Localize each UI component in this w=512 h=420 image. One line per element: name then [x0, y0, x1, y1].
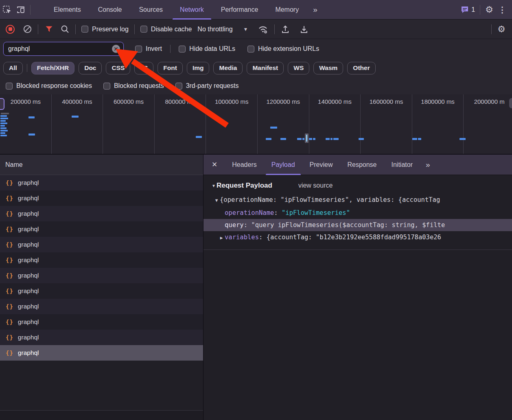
- chip-other[interactable]: Other: [347, 62, 375, 74]
- hide-extension-urls-toggle[interactable]: Hide extension URLs: [247, 45, 319, 52]
- detail-tab-initiator[interactable]: Initiator: [384, 155, 420, 175]
- record-network-log-button[interactable]: [6, 25, 15, 34]
- request-row[interactable]: {}graphql: [0, 175, 203, 190]
- invert-checkbox[interactable]: [135, 46, 142, 52]
- request-row[interactable]: {}graphql: [0, 283, 203, 299]
- request-row[interactable]: {}graphql: [0, 268, 203, 283]
- request-row[interactable]: {}graphql: [0, 299, 203, 314]
- network-overview-timeline[interactable]: 200000 ms400000 ms600000 ms800000 ms1000…: [0, 94, 512, 155]
- expanded-arrow-icon[interactable]: ▼: [213, 195, 220, 207]
- chip-wasm[interactable]: Wasm: [313, 62, 343, 74]
- chip-font[interactable]: Font: [158, 62, 183, 74]
- filter-text-input[interactable]: graphql ✕: [3, 42, 124, 56]
- chip-all[interactable]: All: [3, 62, 23, 74]
- export-har-icon[interactable]: [299, 24, 309, 34]
- divider: [38, 24, 38, 34]
- clear-filter-icon[interactable]: ✕: [112, 45, 120, 53]
- request-name: graphql: [18, 256, 39, 264]
- request-timing-bar: [459, 138, 466, 140]
- chip-fetch-xhr[interactable]: Fetch/XHR: [31, 62, 74, 74]
- blocked-response-cookies-checkbox[interactable]: [6, 83, 13, 90]
- invert-toggle[interactable]: Invert: [135, 45, 162, 52]
- close-detail-icon[interactable]: ✕: [203, 160, 225, 169]
- tab-sources[interactable]: Sources: [130, 0, 171, 20]
- network-settings-gear-icon[interactable]: ⚙: [497, 25, 505, 34]
- chip-js[interactable]: JS: [134, 62, 153, 74]
- timeline-left-handle[interactable]: [0, 98, 4, 110]
- section-collapse-icon[interactable]: ▼: [212, 184, 216, 188]
- blocked-response-cookies-toggle[interactable]: Blocked response cookies: [6, 82, 92, 90]
- detail-tab-response[interactable]: Response: [340, 155, 384, 175]
- tab-performance[interactable]: Performance: [212, 0, 267, 20]
- request-row[interactable]: {}graphql: [0, 330, 203, 345]
- fetch-xhr-icon: {}: [6, 210, 13, 217]
- tab-console[interactable]: Console: [90, 0, 131, 20]
- timeline-right-scroll-nub[interactable]: [509, 98, 512, 108]
- devtools-tabs: ElementsConsoleSourcesNetworkPerformance…: [45, 0, 307, 20]
- name-column-header[interactable]: Name: [0, 155, 203, 175]
- chip-manifest[interactable]: Manifest: [247, 62, 284, 74]
- disable-cache-checkbox[interactable]: [140, 26, 147, 33]
- settings-gear-icon[interactable]: ⚙: [485, 5, 493, 14]
- payload-tree-line[interactable]: operationName: "ipFlowTimeseries": [203, 207, 512, 219]
- invert-label: Invert: [146, 45, 162, 52]
- request-name: graphql: [18, 272, 39, 279]
- view-source-link[interactable]: view source: [298, 182, 333, 189]
- throttling-select[interactable]: No throttling ▼: [197, 26, 248, 33]
- chip-ws[interactable]: WS: [288, 62, 309, 74]
- request-row[interactable]: {}graphql: [0, 237, 203, 252]
- request-payload-section[interactable]: ▼ Request Payload view source: [212, 182, 512, 190]
- kebab-menu-icon[interactable]: ⋮: [498, 5, 506, 15]
- chip-media[interactable]: Media: [213, 62, 243, 74]
- hide-extension-urls-checkbox[interactable]: [247, 46, 254, 52]
- hide-data-urls-toggle[interactable]: Hide data URLs: [179, 45, 235, 52]
- chip-img[interactable]: Img: [187, 62, 210, 74]
- more-tabs-icon[interactable]: »: [307, 5, 324, 14]
- request-name: graphql: [18, 318, 39, 326]
- request-timing-bar: [309, 138, 312, 140]
- payload-tree-line[interactable]: ▼{operationName: "ipFlowTimeseries", var…: [203, 194, 512, 207]
- detail-more-tabs-icon[interactable]: »: [420, 160, 437, 169]
- blocked-requests-checkbox[interactable]: [103, 83, 110, 90]
- search-icon[interactable]: [61, 25, 70, 34]
- disable-cache-toggle[interactable]: Disable cache: [140, 26, 192, 33]
- import-har-icon[interactable]: [280, 24, 290, 34]
- payload-text-segment: : {accountTag: "b12e3b2192ee5588fdad9951…: [259, 234, 441, 241]
- clear-network-log-button[interactable]: [23, 24, 32, 34]
- collapsed-arrow-icon[interactable]: ▶: [218, 232, 225, 244]
- issues-count: 1: [471, 6, 475, 13]
- tab-elements[interactable]: Elements: [45, 0, 90, 20]
- request-row[interactable]: {}graphql: [0, 206, 203, 221]
- throttling-value: No throttling: [197, 26, 232, 33]
- payload-tree-line[interactable]: query: "query ipFlowTimeseries($accountT…: [203, 219, 512, 231]
- preserve-log-toggle[interactable]: Preserve log: [81, 26, 129, 33]
- third-party-requests-toggle[interactable]: 3rd-party requests: [175, 82, 239, 90]
- chip-css[interactable]: CSS: [106, 62, 130, 74]
- request-row[interactable]: {}graphql: [0, 252, 203, 268]
- request-row[interactable]: {}graphql: [0, 190, 203, 206]
- chip-doc[interactable]: Doc: [79, 62, 102, 74]
- detail-tab-preview[interactable]: Preview: [302, 155, 340, 175]
- hide-data-urls-checkbox[interactable]: [179, 46, 186, 52]
- request-row[interactable]: {}graphql: [0, 314, 203, 330]
- request-timing-bar: [297, 138, 302, 140]
- detail-tab-payload[interactable]: Payload: [264, 155, 302, 175]
- tab-memory[interactable]: Memory: [267, 0, 307, 20]
- blocked-requests-toggle[interactable]: Blocked requests: [103, 82, 164, 90]
- request-name: graphql: [18, 287, 39, 295]
- section-title: Request Payload: [217, 182, 272, 190]
- network-conditions-icon[interactable]: [258, 24, 269, 34]
- filter-funnel-icon[interactable]: [46, 26, 53, 32]
- payload-text-segment: query: [225, 221, 244, 229]
- timeline-tick-label: 1400000 ms: [309, 98, 361, 105]
- inspect-element-icon[interactable]: [0, 2, 14, 18]
- preserve-log-checkbox[interactable]: [81, 26, 88, 33]
- request-row[interactable]: {}graphql: [0, 345, 203, 361]
- issues-button[interactable]: 1: [461, 6, 475, 13]
- tab-network[interactable]: Network: [171, 0, 212, 20]
- detail-tab-headers[interactable]: Headers: [225, 155, 264, 175]
- device-toolbar-icon[interactable]: [14, 2, 28, 18]
- request-row[interactable]: {}graphql: [0, 221, 203, 237]
- payload-tree-line[interactable]: ▶variables: {accountTag: "b12e3b2192ee55…: [203, 231, 512, 244]
- third-party-requests-checkbox[interactable]: [175, 83, 182, 90]
